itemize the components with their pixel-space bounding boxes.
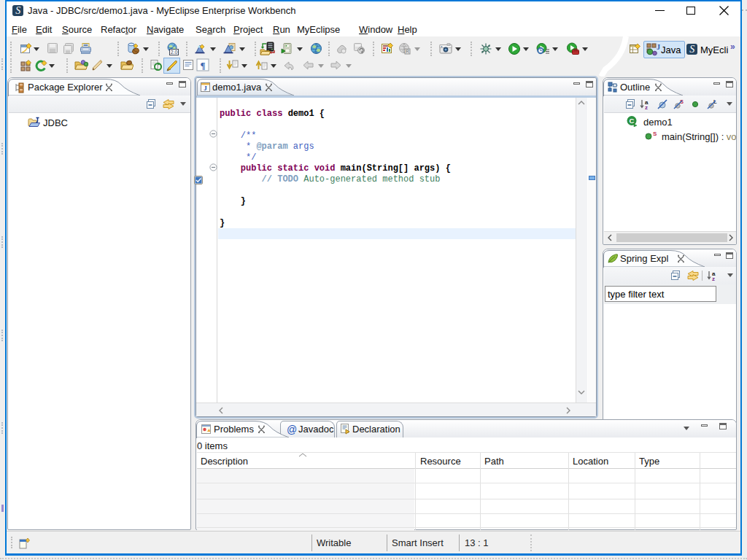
svg-text:S: S xyxy=(689,44,694,55)
svg-text:S: S xyxy=(15,5,20,16)
svg-text:J: J xyxy=(657,43,660,51)
svg-text:2.0: 2.0 xyxy=(171,50,178,55)
svg-text:J: J xyxy=(204,85,207,92)
svg-text:z: z xyxy=(645,104,648,110)
svg-text:R: R xyxy=(406,49,409,54)
svg-text:z: z xyxy=(712,276,715,281)
svg-text:S: S xyxy=(653,131,657,137)
svg-text:C: C xyxy=(630,117,635,125)
svg-text:¶: ¶ xyxy=(200,60,205,71)
